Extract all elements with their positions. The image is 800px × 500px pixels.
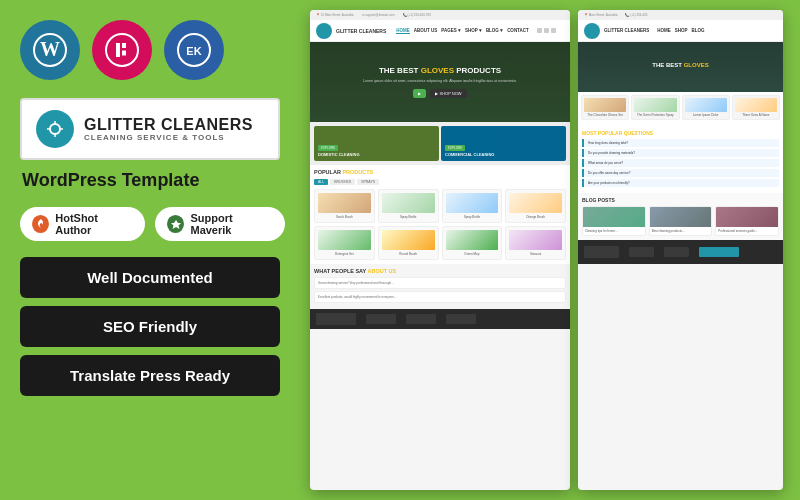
sc-nav-blog: BLOG ▾ <box>486 28 503 34</box>
template-label: WordPress Template <box>20 170 285 191</box>
sc-side-product-4: There Goes A Name <box>732 95 780 120</box>
sc-product-img-7 <box>446 230 499 250</box>
sc-product-2: Spray Bottle <box>378 189 439 223</box>
sc-product-name-7: Green Mop <box>446 252 499 256</box>
svg-rect-5 <box>122 51 126 56</box>
svg-rect-3 <box>116 43 120 57</box>
sc-faq-item-3: What areas do you serve? <box>582 159 779 167</box>
sc-address-bar: 📍 55 Main Street, Australia ✉ support@do… <box>310 10 570 20</box>
sc-nav-icon-user <box>537 28 542 33</box>
sc-blog-img-2 <box>650 207 712 227</box>
sc-faq-item-2: Do you provide cleaning materials? <box>582 149 779 157</box>
sc-tab-sprays: SPRAYS <box>357 179 379 185</box>
logo-box: GLITTER CLEANERS CLEANING SERVICE & TOOL… <box>20 98 280 160</box>
sc-nav-contact: CONTACT <box>507 28 529 34</box>
sc-footer-col-3 <box>446 314 476 324</box>
sc-product-6: Round Brush <box>378 226 439 260</box>
sc-product-img-8 <box>509 230 562 250</box>
side-screenshot: 📍 Main Street, Australia 📞 (+1) 234-456 … <box>578 10 783 490</box>
support-badge: Support Maverik <box>155 207 285 241</box>
sc-email-text: ✉ support@domain.com <box>362 13 395 17</box>
sc-categories: EXPLORE DOMISTIC CLEANING EXPLORE COMMER… <box>310 122 570 165</box>
hotshot-icon <box>32 215 49 233</box>
sc-test-item-2: Excellent products, would highly recomme… <box>314 291 566 303</box>
logo-circle <box>36 110 74 148</box>
sc-hero-description: Lorem ipsum dolor sit amet, consectetur … <box>363 79 517 84</box>
support-icon <box>167 215 184 233</box>
svg-point-2 <box>106 34 138 66</box>
sc-side-nav-blog: BLOG <box>692 28 705 33</box>
sc-faq-item-4: Do you offer same-day service? <box>582 169 779 177</box>
sc-side-navbar: GLITTER CLEANERS HOME SHOP BLOG <box>578 20 783 42</box>
sc-product-img-6 <box>382 230 435 250</box>
sc-side-prod-img-3 <box>685 98 727 112</box>
sc-blog-img-1 <box>583 207 645 227</box>
platform-icons-row: W EK <box>20 20 285 80</box>
svg-text:W: W <box>40 38 60 60</box>
sc-products-row2: Detergent Set Round Brush Green Mop Scis… <box>314 226 566 260</box>
sc-footer-logo <box>316 313 356 325</box>
sc-side-product-3: Lorem Ipsum Dolor <box>682 95 730 120</box>
sc-cat-domestic: EXPLORE DOMISTIC CLEANING <box>314 126 439 161</box>
sc-cat-btn-1: EXPLORE <box>318 145 338 151</box>
sc-side-product-2: The Germ Protection Spray <box>631 95 679 120</box>
hotshot-label: HotShot Author <box>55 212 133 236</box>
ek-icon: EK <box>164 20 224 80</box>
sc-nav-icon-cart <box>544 28 549 33</box>
sc-product-name-4: Orange Brush <box>509 215 562 219</box>
sc-side-prod-name-1: The Chocolate Gloves Set <box>588 113 623 117</box>
sc-side-prod-name-2: The Germ Protection Spray <box>637 113 674 117</box>
sc-product-7: Green Mop <box>442 226 503 260</box>
feature-well-documented: Well Documented <box>20 257 280 298</box>
sc-hero-buttons: ▶ ▶ SHOP NOW <box>413 89 466 98</box>
sc-side-logo-mini <box>584 23 600 39</box>
sc-products-section: POPULAR PRODUCTS ALL BRUSHES SPRAYS Scru… <box>310 165 570 264</box>
sc-product-img-4 <box>509 193 562 213</box>
logo-text: GLITTER CLEANERS CLEANING SERVICE & TOOL… <box>84 116 253 143</box>
sc-tab-brushes: BRUSHES <box>330 179 355 185</box>
sc-product-name-5: Detergent Set <box>318 252 371 256</box>
left-panel: W EK <box>0 0 305 500</box>
sc-cat-btn-2: EXPLORE <box>445 145 465 151</box>
sc-test-title: WHAT PEOPLE SAY ABOUT US <box>314 268 566 274</box>
sc-product-4: Orange Brush <box>505 189 566 223</box>
sc-side-footer-subscribe <box>699 247 739 257</box>
feature-seo-friendly: SEO Friendly <box>20 306 280 347</box>
sc-side-product-1: The Chocolate Gloves Set <box>581 95 629 120</box>
sc-blog-img-3 <box>716 207 778 227</box>
sc-blog-post-1: Cleaning tips for home... <box>582 206 646 236</box>
sc-footer <box>310 309 570 329</box>
sc-product-5: Detergent Set <box>314 226 375 260</box>
badge-row: HotShot Author Support Maverik <box>20 207 285 241</box>
svg-marker-10 <box>171 220 181 229</box>
sc-blog-text-3: Professional services guide... <box>716 227 778 235</box>
sc-nav-shop: SHOP ▾ <box>465 28 482 34</box>
sc-products-grid: Scrub Brush Spray Bottle Spray Bottle Or… <box>314 189 566 223</box>
sc-side-address-text: 📍 Main Street, Australia <box>584 13 617 17</box>
sc-phone-text: 📞 (+1) 234-456-789 <box>403 13 431 17</box>
sc-logo-text: GLITTER CLEANERS <box>336 28 386 34</box>
sc-footer-col-1 <box>366 314 396 324</box>
sc-side-phone-text: 📞 (+1) 234-456 <box>625 13 647 17</box>
sc-faq-title: MOST POPULAR QUESTIONS <box>582 130 779 136</box>
sc-nav-icon-grid <box>551 28 556 33</box>
right-panel: 📍 55 Main Street, Australia ✉ support@do… <box>310 0 800 500</box>
sc-side-products: The Chocolate Gloves Set The Germ Protec… <box>578 92 783 126</box>
sc-side-footer-col1 <box>629 247 654 257</box>
sc-shop-button: ▶ SHOP NOW <box>430 89 466 98</box>
sc-product-name-3: Spray Bottle <box>446 215 499 219</box>
sc-product-name-6: Round Brush <box>382 252 435 256</box>
sc-side-footer-col2 <box>664 247 689 257</box>
sc-product-8: Scissors <box>505 226 566 260</box>
sc-side-prod-name-3: Lorem Ipsum Dolor <box>693 113 719 117</box>
sc-side-nav-links: HOME SHOP BLOG <box>657 28 704 33</box>
sc-product-3: Spray Bottle <box>442 189 503 223</box>
sc-side-address-bar: 📍 Main Street, Australia 📞 (+1) 234-456 <box>578 10 783 20</box>
sc-blog-text-2: Best cleaning products... <box>650 227 712 235</box>
sc-blog-posts: Cleaning tips for home... Best cleaning … <box>582 206 779 236</box>
sc-side-logo-text: GLITTER CLEANERS <box>604 28 649 33</box>
sc-blog-title: BLOG POSTS <box>582 197 779 203</box>
support-label: Support Maverik <box>190 212 273 236</box>
sc-faq-section: MOST POPULAR QUESTIONS How long does cle… <box>578 126 783 193</box>
sc-tab-all: ALL <box>314 179 328 185</box>
